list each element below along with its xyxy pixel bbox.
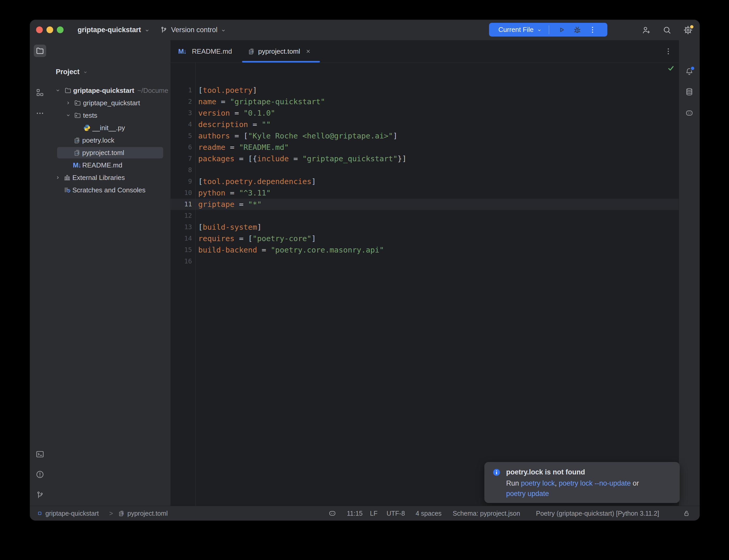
notification-link[interactable]: poetry update [506, 490, 549, 498]
line-number[interactable]: 4 [170, 119, 192, 130]
status-item-poetry-griptape-quickstart-python-3-11-2-[interactable]: Poetry (griptape-quickstart) [Python 3.1… [536, 506, 659, 521]
tree-item-label: poetry.lock [82, 136, 114, 144]
notification-text: , [555, 479, 559, 487]
ide-window: griptape-quickstart Version control Curr… [30, 20, 700, 521]
project-folder-icon [36, 46, 44, 55]
stripe-button-structure[interactable] [34, 86, 46, 99]
line-number[interactable]: 10 [170, 187, 192, 199]
more-run-options-button[interactable] [588, 25, 597, 34]
line-number[interactable]: 14 [170, 233, 192, 244]
folder-icon [64, 87, 72, 94]
toml-icon: [T] [248, 47, 255, 55]
tree-item-poetry-lock[interactable]: [T]poetry.lock [50, 134, 170, 146]
lock-open-icon[interactable] [683, 506, 690, 521]
title-bar: griptape-quickstart Version control Curr… [30, 20, 700, 40]
stripe-button-database[interactable] [683, 86, 696, 98]
close-tab-button[interactable] [305, 48, 311, 55]
tree-item-scratches-and-consoles[interactable]: Scratches and Consoles [50, 184, 170, 196]
add-user-button[interactable] [642, 25, 651, 35]
search-icon [662, 25, 672, 35]
inspections-ok-icon[interactable] [667, 64, 675, 72]
run-configuration-pill[interactable]: Current File [489, 23, 607, 37]
line-number[interactable]: 1 [170, 85, 192, 96]
copilot-status-icon[interactable] [328, 506, 336, 521]
chevron-down-icon [144, 27, 150, 34]
tree-item-external-libraries[interactable]: External Libraries [50, 171, 170, 184]
chevron-down-icon [82, 69, 88, 75]
line-number[interactable]: 2 [170, 96, 192, 107]
tree-item-tests[interactable]: tests [50, 109, 170, 122]
search-everywhere-button[interactable] [662, 25, 672, 35]
notification-link[interactable]: poetry lock [521, 479, 555, 487]
toml-icon: [T] [73, 136, 81, 144]
run-button[interactable] [557, 25, 566, 34]
vcs-widget[interactable]: Version control [171, 26, 218, 34]
left-tool-stripe [30, 40, 50, 506]
run-icon [557, 25, 566, 34]
status-item-11[interactable]: 11:15 [347, 506, 363, 521]
close-window-button[interactable] [36, 26, 43, 33]
line-number[interactable]: 6 [170, 142, 192, 153]
code-line-2: 2name = "griptape-quickstart" [170, 96, 679, 107]
chevron-down-icon [220, 27, 227, 34]
line-number[interactable]: 13 [170, 221, 192, 233]
code-editor[interactable]: 1[tool.poetry]2name = "griptape-quicksta… [170, 62, 679, 506]
settings-button[interactable] [683, 25, 693, 35]
module-icon [36, 510, 43, 517]
line-number[interactable]: 5 [170, 130, 192, 142]
scratch-icon [64, 186, 71, 194]
line-number[interactable]: 15 [170, 244, 192, 256]
line-number[interactable]: 8 [170, 164, 192, 176]
line-number[interactable]: 9 [170, 176, 192, 187]
status-item-schema[interactable]: Schema: pyproject.json [453, 506, 520, 521]
line-number[interactable]: 16 [170, 256, 192, 267]
debug-button[interactable] [573, 25, 582, 34]
stripe-button-more-tools[interactable] [34, 107, 46, 120]
editor-area: M↓README.md[T]pyproject.toml 1[tool.poet… [170, 40, 679, 506]
tree-item--init-py[interactable]: __init__.py [50, 122, 170, 134]
status-item-lf[interactable]: LF [370, 506, 378, 521]
tree-item-griptape-quickstart[interactable]: griptape_quickstart [50, 97, 170, 109]
tree-item-readme-md[interactable]: M↓README.md [50, 159, 170, 171]
minimize-window-button[interactable] [46, 26, 53, 33]
breadcrumb-file[interactable]: pyproject.toml [127, 506, 168, 521]
ai-assistant-icon [685, 109, 694, 117]
line-number[interactable]: 7 [170, 153, 192, 164]
editor-tab-pyproject-toml[interactable]: [T]pyproject.toml [242, 40, 320, 62]
run-config-selector[interactable]: Current File [498, 26, 534, 34]
library-icon [64, 174, 71, 181]
stripe-button-version-control[interactable] [34, 489, 46, 501]
editor-tab-readme-md[interactable]: M↓README.md [173, 40, 233, 62]
tab-options-button[interactable] [664, 47, 673, 56]
tree-item-pyproject-toml[interactable]: [T]pyproject.toml [50, 146, 170, 159]
notification-link[interactable]: poetry lock --no-update [559, 479, 631, 487]
tree-item-label: README.md [82, 161, 122, 169]
chevron-down-icon [144, 27, 150, 34]
markdown-icon: M↓ [178, 47, 186, 55]
toml-icon: [T] [73, 149, 81, 157]
status-item-utf-8[interactable]: UTF-8 [387, 506, 405, 521]
status-item-4-spaces[interactable]: 4 spaces [416, 506, 442, 521]
project-view-selector[interactable]: Project [56, 68, 80, 76]
stripe-button-ai-assistant[interactable] [683, 107, 696, 119]
notification-text: or [631, 479, 639, 487]
project-widget[interactable]: griptape-quickstart [78, 26, 141, 34]
stripe-button-terminal[interactable] [34, 448, 46, 460]
chevron-down-icon [220, 27, 227, 34]
tree-item-path: ~/Docume [137, 87, 168, 95]
notification-body: Run poetry lock, poetry lock --no-update… [506, 478, 670, 499]
code-line-1: 1[tool.poetry] [170, 85, 679, 96]
line-number[interactable]: 11 [170, 199, 192, 210]
breadcrumb-project[interactable]: griptape-quickstart [45, 506, 99, 521]
tree-item-label: __init__.py [92, 124, 125, 132]
stripe-button-problems[interactable] [34, 468, 46, 481]
stripe-button-project-folder[interactable] [34, 45, 46, 57]
line-number[interactable]: 12 [170, 210, 192, 221]
tree-item-griptape-quickstart[interactable]: griptape-quickstart~/Docume [50, 84, 170, 97]
add-user-icon [642, 25, 651, 35]
zoom-window-button[interactable] [57, 26, 64, 33]
line-number[interactable]: 3 [170, 107, 192, 119]
lock-open-icon [683, 509, 690, 517]
stripe-button-notifications[interactable] [683, 65, 696, 78]
settings-badge [689, 24, 694, 29]
